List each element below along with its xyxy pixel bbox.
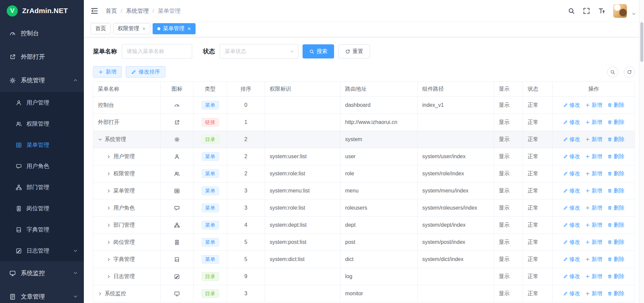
table-row[interactable]: 外部打开 链接 1 http://www.izhaorui.cn 显示 正常 修… — [93, 114, 635, 131]
edit-link[interactable]: 修改 — [563, 187, 580, 194]
add-link[interactable]: 新增 — [585, 205, 602, 212]
delete-link[interactable]: 删除 — [607, 256, 625, 263]
search-button[interactable]: 搜索 — [303, 44, 334, 58]
sidebar-item-monitor[interactable]: 系统监控 — [0, 261, 84, 285]
menu-name-input[interactable] — [122, 44, 192, 59]
delete-link[interactable]: 删除 — [607, 170, 625, 177]
scrollbar-thumb[interactable] — [640, 22, 643, 62]
pencil-icon — [131, 70, 136, 75]
chevron-right-icon[interactable] — [98, 292, 102, 296]
tab-permission[interactable]: 权限管理 × — [113, 23, 150, 34]
edit-link[interactable]: 修改 — [563, 205, 580, 212]
tab-home[interactable]: 首页 — [91, 23, 111, 34]
font-size-icon[interactable] — [598, 7, 605, 14]
add-link[interactable]: 新增 — [585, 222, 602, 229]
sidebar-item-posts[interactable]: 岗位管理 — [0, 198, 84, 219]
add-link[interactable]: 新增 — [585, 187, 602, 194]
delete-link[interactable]: 删除 — [607, 205, 625, 212]
chevron-right-icon[interactable] — [107, 206, 111, 210]
chevron-down-icon[interactable] — [632, 12, 636, 16]
avatar[interactable] — [613, 4, 627, 18]
sidebar-item-menus[interactable]: 菜单管理 — [0, 134, 84, 156]
edit-link[interactable]: 修改 — [563, 290, 580, 297]
delete-link[interactable]: 删除 — [607, 136, 625, 143]
sidebar-item-external[interactable]: 外部打开 — [0, 45, 84, 69]
chevron-right-icon[interactable] — [107, 155, 111, 159]
type-tag: 菜单 — [202, 204, 219, 212]
refresh-table-button[interactable] — [624, 67, 635, 78]
edit-link[interactable]: 修改 — [563, 222, 580, 229]
add-link[interactable]: 新增 — [585, 239, 602, 246]
type-cell: 目录 — [194, 131, 227, 148]
add-button[interactable]: 新增 — [93, 66, 122, 78]
toggle-search-button[interactable] — [607, 67, 618, 78]
sidebar-item-logs[interactable]: 日志管理 — [0, 240, 84, 261]
add-link[interactable]: 新增 — [585, 136, 602, 143]
table-row[interactable]: 日志管理 目录 9 log 显示 正常 修改 新增 删除 — [93, 268, 635, 285]
add-link[interactable]: 新增 — [585, 256, 602, 263]
delete-link[interactable]: 删除 — [607, 119, 625, 126]
table-row[interactable]: 系统管理 目录 2 system 显示 正常 修改 新增 删除 — [93, 131, 635, 148]
close-icon[interactable]: × — [187, 26, 191, 32]
page-scrollbar[interactable] — [639, 0, 644, 303]
edit-link[interactable]: 修改 — [563, 153, 580, 160]
sidebar-item-system[interactable]: 系统管理 — [0, 69, 84, 92]
table-row[interactable]: 权限管理 菜单 2 system:role:list role system/r… — [93, 165, 635, 182]
table-row[interactable]: 岗位管理 菜单 5 system:post:list post system/p… — [93, 234, 635, 251]
sidebar-item-articles[interactable]: 文章管理 — [0, 285, 84, 303]
add-link[interactable]: 新增 — [585, 273, 602, 280]
edit-link[interactable]: 修改 — [563, 273, 580, 280]
add-link[interactable]: 新增 — [585, 290, 602, 297]
chevron-right-icon[interactable] — [107, 257, 111, 262]
edit-link[interactable]: 修改 — [563, 102, 580, 109]
breadcrumb-home[interactable]: 首页 — [106, 7, 117, 15]
chevron-right-icon[interactable] — [107, 189, 111, 193]
delete-link[interactable]: 删除 — [607, 102, 625, 109]
table-row[interactable]: 字典管理 菜单 5 system:dict:list dict system/d… — [93, 251, 635, 268]
edit-link[interactable]: 修改 — [563, 170, 580, 177]
add-link[interactable]: 新增 — [585, 102, 602, 109]
delete-link[interactable]: 删除 — [607, 187, 625, 194]
breadcrumb-system[interactable]: 系统管理 — [126, 7, 149, 15]
sidebar-item-depts[interactable]: 部门管理 — [0, 177, 84, 198]
add-link[interactable]: 新增 — [585, 170, 602, 177]
delete-link[interactable]: 删除 — [607, 153, 625, 160]
edit-link[interactable]: 修改 — [563, 256, 580, 263]
table-row[interactable]: 控制台 菜单 0 dashboard index_v1 显示 正常 修改 新增 … — [93, 97, 635, 114]
sidebar-item-dashboard[interactable]: 控制台 — [0, 21, 84, 45]
table-row[interactable]: 部门管理 菜单 4 system:dept:list dept system/d… — [93, 217, 635, 234]
menu-name: 日志管理 — [113, 273, 135, 280]
add-link[interactable]: 新增 — [585, 119, 602, 126]
sidebar-item-roles[interactable]: 权限管理 — [0, 113, 84, 134]
fullscreen-icon[interactable] — [583, 7, 590, 14]
tab-menu[interactable]: 菜单管理 × — [153, 23, 196, 34]
chevron-right-icon[interactable] — [107, 172, 111, 176]
chevron-right-icon[interactable] — [107, 240, 111, 245]
delete-link[interactable]: 删除 — [607, 239, 625, 246]
close-icon[interactable]: × — [142, 26, 146, 32]
chevron-right-icon[interactable] — [107, 274, 111, 279]
add-link[interactable]: 新增 — [585, 153, 602, 160]
table-row[interactable]: 用户角色 菜单 3 system:role:list roleusers sys… — [93, 200, 635, 217]
edit-link[interactable]: 修改 — [563, 136, 580, 143]
search-icon[interactable] — [568, 7, 575, 14]
table-row[interactable]: 菜单管理 菜单 3 system:menu:list menu system/m… — [93, 182, 635, 200]
delete-link[interactable]: 删除 — [607, 222, 625, 229]
delete-link[interactable]: 删除 — [607, 273, 625, 280]
table-row[interactable]: 系统监控 目录 3 monitor 显示 正常 修改 新增 删除 — [93, 285, 635, 302]
chevron-down-icon[interactable] — [98, 137, 102, 142]
status-select[interactable]: 菜单状态 — [220, 44, 299, 59]
chevron-right-icon[interactable] — [107, 223, 111, 227]
sidebar-item-user-roles[interactable]: 用户角色 — [0, 156, 84, 177]
sort-cell: 2 — [227, 165, 265, 182]
edit-link[interactable]: 修改 — [563, 239, 580, 246]
delete-link[interactable]: 删除 — [607, 290, 625, 297]
sidebar-item-dict[interactable]: 字典管理 — [0, 219, 84, 240]
hamburger-icon[interactable] — [91, 7, 98, 15]
sort-button[interactable]: 修改排序 — [126, 66, 165, 78]
table-row[interactable]: 用户管理 菜单 2 system:user:list user system/u… — [93, 148, 635, 165]
sidebar-item-users[interactable]: 用户管理 — [0, 92, 84, 113]
type-cell: 菜单 — [194, 234, 227, 251]
reset-button[interactable]: 重置 — [338, 44, 370, 58]
edit-link[interactable]: 修改 — [563, 119, 580, 126]
